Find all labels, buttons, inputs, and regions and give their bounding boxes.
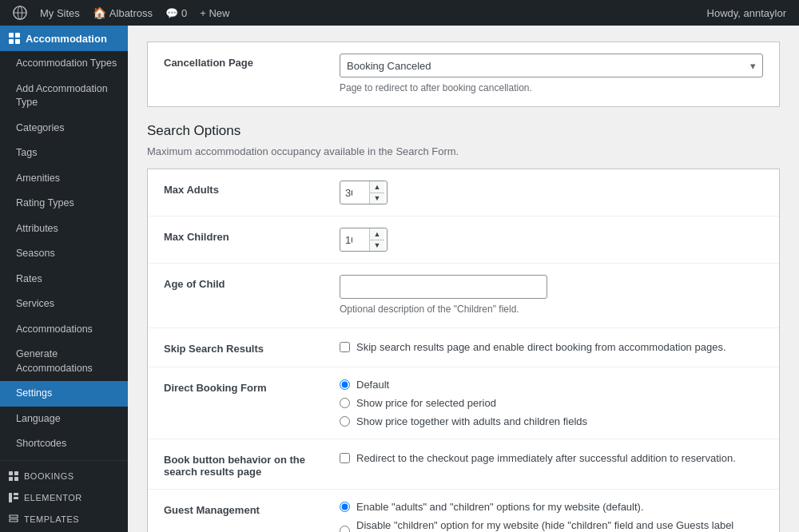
skip-search-results-field: Skip search results page and enable dire… — [340, 339, 763, 355]
skip-search-results-label: Skip Search Results — [164, 339, 324, 355]
direct-booking-radio-group: Default Show price for selected period S… — [340, 379, 763, 427]
book-button-behavior-field: Redirect to the checkout page immediatel… — [340, 451, 763, 466]
search-options-section: Max Adults ▲ ▼ Max Children — [147, 169, 780, 532]
wp-logo-button[interactable] — [6, 0, 34, 26]
max-adults-increment[interactable]: ▲ — [370, 181, 384, 193]
new-content-button[interactable]: + New — [193, 0, 236, 26]
max-adults-row: Max Adults ▲ ▼ — [148, 169, 779, 216]
cancellation-description: Page to redirect to after booking cancel… — [340, 81, 763, 95]
max-adults-spinner: ▲ ▼ — [369, 181, 384, 204]
user-greeting: Howdy, anntaylor — [701, 0, 793, 26]
guest-management-option-0: Enable "adults" and "children" options f… — [340, 501, 763, 513]
guest-management-label: Guest Management — [164, 501, 324, 516]
comments-button[interactable]: 💬 0 — [159, 0, 193, 26]
sidebar-item-categories[interactable]: Categories — [0, 116, 128, 141]
max-children-decrement[interactable]: ▼ — [370, 240, 384, 252]
max-children-field: ▲ ▼ — [340, 228, 763, 252]
max-adults-label: Max Adults — [164, 181, 324, 196]
max-children-increment[interactable]: ▲ — [370, 228, 384, 240]
cancellation-dropdown[interactable]: Booking Canceled ▾ — [340, 54, 763, 77]
sidebar-item-language[interactable]: Language — [0, 407, 128, 432]
max-children-row: Max Children ▲ ▼ — [148, 216, 779, 264]
direct-booking-label-price-period: Show price for selected period — [356, 397, 496, 409]
direct-booking-form-row: Direct Booking Form Default Show price f… — [148, 367, 779, 439]
guest-management-option-1: Disable "children" option for my website… — [340, 519, 763, 533]
search-options-description: Maximum accommodation occupancy availabl… — [147, 145, 780, 157]
sidebar-plugin-label: Accommodation — [26, 33, 107, 45]
search-options-title: Search Options — [147, 123, 780, 139]
sidebar-item-rates[interactable]: Rates — [0, 267, 128, 292]
book-button-behavior-checkbox[interactable] — [340, 453, 350, 463]
max-children-label: Max Children — [164, 228, 324, 243]
site-name-label: Albatross — [109, 7, 153, 19]
book-button-behavior-text: Redirect to the checkout page immediatel… — [356, 451, 736, 466]
svg-rect-6 — [15, 39, 20, 44]
dropdown-arrow-icon: ▾ — [744, 60, 762, 72]
sidebar-item-accommodation-types[interactable]: Accommodation Types — [0, 51, 128, 77]
max-children-input-wrap: ▲ ▼ — [340, 228, 388, 252]
guest-mgmt-radio-disable-children[interactable] — [340, 526, 350, 532]
sidebar-item-amenities[interactable]: Amenities — [0, 166, 128, 192]
sidebar-item-settings[interactable]: Settings — [0, 381, 128, 407]
age-of-child-row: Age of Child Optional description of the… — [148, 264, 779, 328]
sidebar-item-generate-accommodations[interactable]: Generate Accommodations — [0, 342, 128, 381]
sidebar-plugin-header[interactable]: Accommodation — [0, 26, 128, 51]
sidebar-item-attributes[interactable]: Attributes — [0, 216, 128, 242]
skip-search-results-checkbox[interactable] — [340, 342, 350, 352]
new-content-label: + New — [200, 7, 229, 19]
layout: Accommodation Accommodation Types Add Ac… — [0, 26, 799, 532]
sidebar-item-shortcodes[interactable]: Shortcodes — [0, 431, 128, 457]
age-of-child-description: Optional description of the "Children" f… — [340, 302, 763, 316]
sidebar-item-tags[interactable]: Tags — [0, 141, 128, 166]
direct-booking-label-default: Default — [356, 379, 389, 391]
max-adults-decrement[interactable]: ▼ — [370, 193, 384, 204]
svg-rect-7 — [9, 471, 13, 475]
book-button-behavior-checkbox-row: Redirect to the checkout page immediatel… — [340, 451, 763, 466]
direct-booking-form-field: Default Show price for selected period S… — [340, 379, 763, 427]
age-of-child-label: Age of Child — [164, 275, 324, 290]
age-of-child-field: Optional description of the "Children" f… — [340, 275, 763, 316]
svg-rect-12 — [14, 493, 18, 495]
skip-search-results-row: Skip Search Results Skip search results … — [148, 328, 779, 367]
svg-rect-4 — [15, 33, 20, 38]
sidebar-item-templates[interactable]: Templates — [0, 507, 128, 529]
my-sites-button[interactable]: My Sites — [34, 0, 86, 26]
svg-rect-3 — [9, 33, 14, 38]
svg-rect-9 — [9, 477, 13, 481]
guest-management-radio-group: Enable "adults" and "children" options f… — [340, 501, 763, 533]
guest-mgmt-label-enable: Enable "adults" and "children" options f… — [356, 501, 644, 513]
sidebar-item-add-accommodation-type[interactable]: Add Accommodation Type — [0, 77, 128, 116]
main-content: Cancellation Page Booking Canceled ▾ Pag… — [128, 26, 799, 532]
sidebar-item-seasons[interactable]: Seasons — [0, 241, 128, 267]
svg-rect-11 — [9, 493, 12, 502]
direct-booking-radio-price-together[interactable] — [340, 416, 350, 427]
sidebar-item-services[interactable]: Services — [0, 292, 128, 317]
site-name-button[interactable]: 🏠 Albatross — [86, 0, 159, 26]
max-children-spinner: ▲ ▼ — [369, 228, 384, 251]
sidebar: Accommodation Accommodation Types Add Ac… — [0, 26, 128, 532]
direct-booking-radio-price-period[interactable] — [340, 398, 350, 408]
svg-rect-10 — [14, 477, 18, 481]
max-children-input[interactable] — [340, 231, 369, 249]
sidebar-item-elementor[interactable]: Elementor — [0, 486, 128, 507]
svg-rect-13 — [14, 497, 18, 499]
sidebar-item-accommodations[interactable]: Accommodations — [0, 317, 128, 343]
direct-booking-form-label: Direct Booking Form — [164, 379, 324, 394]
cancellation-select[interactable]: Booking Canceled — [340, 57, 744, 75]
guest-mgmt-radio-enable[interactable] — [340, 502, 350, 512]
book-button-behavior-label: Book button behavior on the search resul… — [164, 451, 324, 478]
guest-management-field: Enable "adults" and "children" options f… — [340, 501, 763, 533]
direct-booking-option-0: Default — [340, 379, 763, 391]
admin-bar: My Sites 🏠 Albatross 💬 0 + New Howdy, an… — [0, 0, 799, 26]
book-button-behavior-row: Book button behavior on the search resul… — [148, 439, 779, 490]
direct-booking-radio-default[interactable] — [340, 379, 350, 390]
cancellation-section: Cancellation Page Booking Canceled ▾ Pag… — [147, 42, 780, 107]
sidebar-item-rating-types[interactable]: Rating Types — [0, 191, 128, 216]
sidebar-item-appearance[interactable]: Appearance — [0, 529, 128, 533]
max-adults-field: ▲ ▼ — [340, 181, 763, 204]
max-adults-input[interactable] — [340, 184, 369, 202]
age-of-child-input[interactable] — [340, 275, 547, 299]
direct-booking-option-1: Show price for selected period — [340, 397, 763, 409]
cancellation-field: Booking Canceled ▾ Page to redirect to a… — [340, 54, 763, 95]
sidebar-item-bookings[interactable]: Bookings — [0, 464, 128, 486]
